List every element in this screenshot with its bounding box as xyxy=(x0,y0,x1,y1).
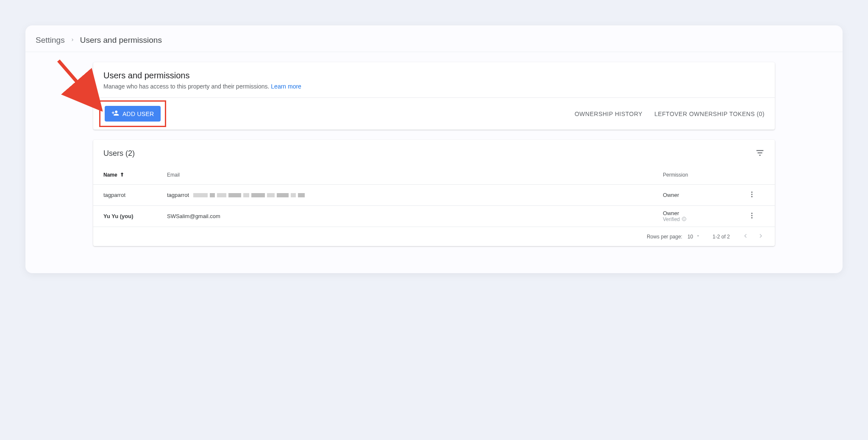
column-permission[interactable]: Permission xyxy=(663,172,739,178)
pagination-range: 1-2 of 2 xyxy=(712,234,730,240)
learn-more-link[interactable]: Learn more xyxy=(271,83,301,90)
ownership-history-button[interactable]: OWNERSHIP HISTORY xyxy=(575,111,643,117)
svg-point-1 xyxy=(751,191,753,193)
next-page-button[interactable] xyxy=(757,232,765,241)
sort-asc-icon xyxy=(119,172,125,179)
chevron-right-icon xyxy=(757,232,765,241)
users-table: Name Email Permission tagparrot tagparro… xyxy=(93,166,775,246)
verified-label: Verified xyxy=(663,216,680,222)
svg-point-2 xyxy=(751,194,753,195)
rows-per-page-select[interactable]: 10 xyxy=(687,233,701,240)
column-email[interactable]: Email xyxy=(167,172,663,178)
add-user-highlight: ADD USER xyxy=(99,100,166,127)
info-icon xyxy=(682,216,687,223)
person-add-icon xyxy=(111,109,119,118)
row-menu-button[interactable] xyxy=(748,191,756,199)
more-vert-icon xyxy=(748,191,756,199)
add-user-label: ADD USER xyxy=(122,111,154,117)
breadcrumb-current: Users and permissions xyxy=(80,36,162,45)
column-name[interactable]: Name xyxy=(103,172,167,179)
section-title: Users and permissions xyxy=(103,71,765,80)
filter-icon xyxy=(755,148,765,159)
users-count-title: Users (2) xyxy=(103,149,135,158)
svg-point-6 xyxy=(751,215,753,216)
more-vert-icon xyxy=(748,212,756,221)
user-name: tagparrot xyxy=(103,192,167,198)
redacted-email xyxy=(193,193,305,197)
section-subtitle: Manage who has access to this property a… xyxy=(103,83,765,90)
user-permission: Owner Verified xyxy=(663,210,739,223)
table-footer: Rows per page: 10 1-2 of 2 xyxy=(93,227,775,246)
svg-point-7 xyxy=(751,217,753,219)
table-header: Name Email Permission xyxy=(93,166,775,184)
filter-button[interactable] xyxy=(755,148,765,159)
column-name-label: Name xyxy=(103,172,117,178)
svg-point-5 xyxy=(751,213,753,214)
chevron-left-icon xyxy=(742,232,749,241)
svg-line-0 xyxy=(58,61,94,102)
svg-point-3 xyxy=(751,196,753,197)
breadcrumb: Settings Users and permissions xyxy=(25,36,843,52)
prev-page-button[interactable] xyxy=(742,232,749,241)
dropdown-icon xyxy=(696,233,701,240)
user-email: SWSalim@gmail.com xyxy=(167,213,663,219)
rows-per-page-label: Rows per page: xyxy=(647,234,682,240)
header-card: Users and permissions Manage who has acc… xyxy=(93,62,775,130)
breadcrumb-root[interactable]: Settings xyxy=(36,36,65,45)
row-menu-button[interactable] xyxy=(748,212,756,221)
table-row: tagparrot tagparrot Owner xyxy=(93,184,775,205)
chevron-right-icon xyxy=(70,36,75,44)
table-row: Yu Yu (you) SWSalim@gmail.com Owner Veri… xyxy=(93,205,775,227)
user-permission: Owner xyxy=(663,192,739,198)
users-card: Users (2) Name Email Permiss xyxy=(93,140,775,246)
add-user-button[interactable]: ADD USER xyxy=(105,106,161,122)
user-name: Yu Yu (you) xyxy=(103,213,167,219)
leftover-tokens-button[interactable]: LEFTOVER OWNERSHIP TOKENS (0) xyxy=(654,111,765,117)
settings-window: Settings Users and permissions Users and… xyxy=(25,25,843,273)
user-email: tagparrot xyxy=(167,192,663,198)
